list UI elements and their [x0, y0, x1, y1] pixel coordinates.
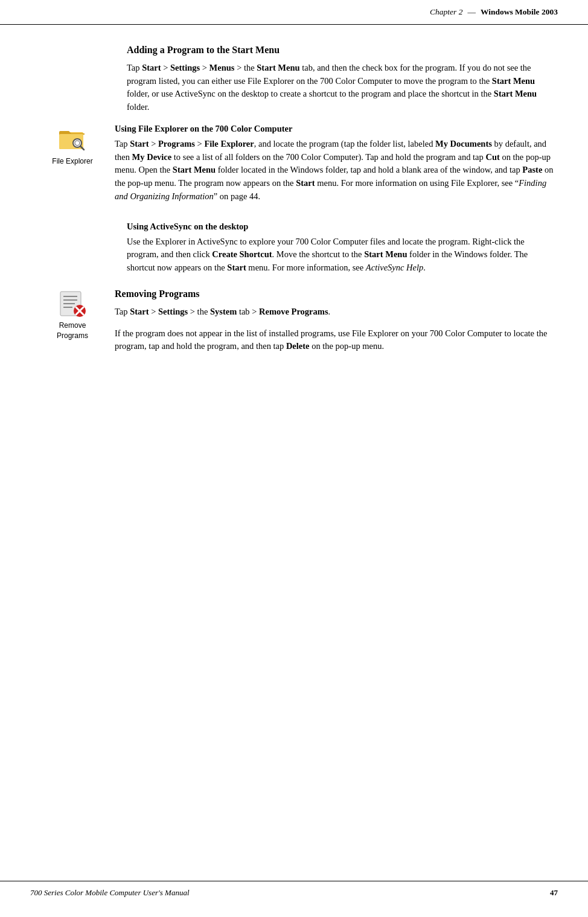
footer-page-number: 47: [550, 887, 558, 899]
activesync-subtitle: Using ActiveSync on the desktop: [127, 220, 558, 233]
footer-manual-title: 700 Series Color Mobile Computer User's …: [30, 887, 190, 899]
header-separator: —: [467, 6, 476, 18]
file-explorer-content: Using File Explorer on the 700 Color Com…: [115, 123, 558, 212]
remove-programs-icon: [58, 289, 87, 318]
removing-programs-intro: Tap Start > Settings > the System tab > …: [115, 305, 558, 319]
file-explorer-subtitle: Using File Explorer on the 700 Color Com…: [115, 123, 558, 135]
file-explorer-text: Tap Start > Programs > File Explorer, an…: [115, 138, 558, 203]
section-removing-programs: RemovePrograms Removing Programs Tap Sta…: [127, 287, 558, 362]
adding-intro-text: Tap Start > Settings > Menus > the Start…: [127, 62, 558, 114]
remove-programs-icon-block: RemovePrograms: [30, 287, 115, 342]
page-footer: 700 Series Color Mobile Computer User's …: [0, 881, 588, 905]
section-adding-program: Adding a Program to the Start Menu Tap S…: [127, 43, 558, 275]
file-explorer-section: File Explorer Using File Explorer on the…: [30, 123, 558, 212]
removing-programs-content: Removing Programs Tap Start > Settings >…: [115, 287, 558, 362]
file-explorer-label: File Explorer: [52, 156, 92, 167]
activesync-text: Use the Explorer in ActiveSync to explor…: [127, 235, 558, 275]
section-title-adding: Adding a Program to the Start Menu: [127, 43, 558, 57]
remove-programs-label: RemovePrograms: [57, 321, 88, 342]
removing-programs-body: If the program does not appear in the li…: [115, 327, 558, 354]
file-explorer-icon: [58, 125, 87, 154]
header-chapter-label: Chapter 2: [430, 6, 462, 18]
removing-programs-title: Removing Programs: [115, 287, 558, 301]
header-title: Windows Mobile 2003: [481, 6, 558, 18]
activesync-section: Using ActiveSync on the desktop Use the …: [127, 220, 558, 275]
removing-programs-icon-section: RemovePrograms Removing Programs Tap Sta…: [30, 287, 558, 362]
main-content: Adding a Program to the Start Menu Tap S…: [0, 25, 588, 419]
page-header: Chapter 2 — Windows Mobile 2003: [0, 0, 588, 25]
file-explorer-icon-block: File Explorer: [30, 123, 115, 167]
